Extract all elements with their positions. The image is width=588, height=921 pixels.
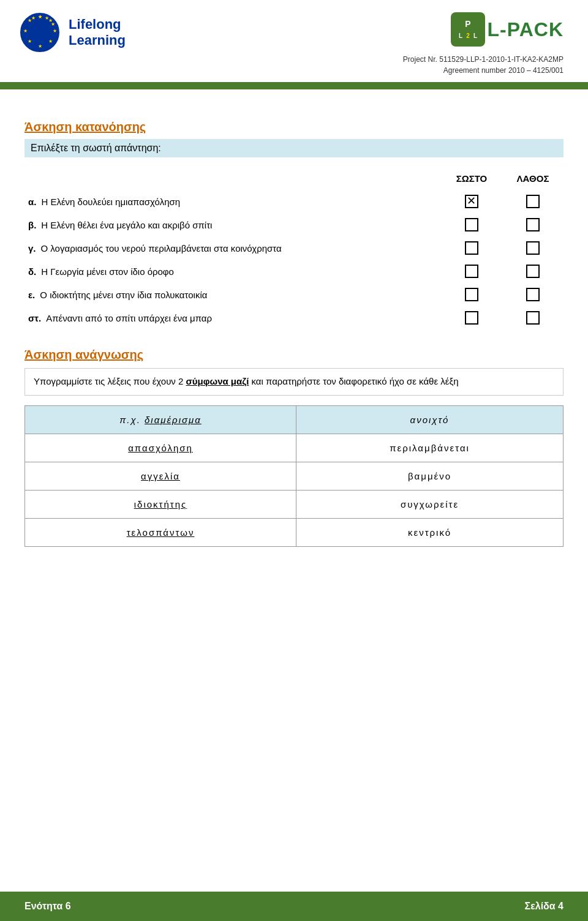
question-text: Η Ελένη δουλεύει ημιαπασχόληση [41,197,180,207]
section1-title: Άσκηση κατανόησης [24,120,564,134]
checkbox-wrong-icon [526,288,540,301]
correct-checkbox[interactable] [441,306,502,329]
example-label: π.χ. διαμέρισμα [119,415,202,425]
footer-left: Ενότητα 6 [24,901,71,912]
question-label: δ. [28,266,41,277]
question-text: Απέναντι από το σπίτι υπάρχει ένα μπαρ [46,313,212,323]
svg-text:★: ★ [23,28,28,34]
reading-instruction: Υπογραμμίστε τις λέξεις που έχουν 2 σύμφ… [24,368,564,396]
header-left: ★ ★ ★ ★ ★ ★ ★ ★ ★ ★ ★ ★ Lifelong Learnin… [18,11,126,54]
checkbox-correct-icon [465,195,478,208]
checkbox-wrong-icon [526,311,540,325]
instruction-part2: και παρατηρήστε τον διαφορετικό ήχο σε κ… [252,376,459,386]
question-cell: δ.Η Γεωργία μένει στον ίδιο όροφο [24,260,441,283]
question-text: Η Ελένη θέλει ένα μεγάλο και ακριβό σπίτ… [41,220,212,230]
table-row: δ.Η Γεωργία μένει στον ίδιο όροφο [24,260,564,283]
word-left: τελοσπάντων [25,518,296,546]
question-cell: γ.Ο λογαριασμός του νερού περιλαμβάνεται… [24,236,441,260]
word-row: αγγελίαβαμμένο [25,462,564,490]
word-left: αγγελία [25,462,296,490]
table-row: β.Η Ελένη θέλει ένα μεγάλο και ακριβό σπ… [24,213,564,236]
col-question-header [24,170,441,190]
correct-checkbox[interactable] [441,213,502,236]
header: ★ ★ ★ ★ ★ ★ ★ ★ ★ ★ ★ ★ Lifelong Learnin… [0,0,588,85]
instruction-part1: Υπογραμμίστε τις λέξεις που έχουν 2 [34,376,183,386]
green-bar-divider [0,85,588,89]
word-table: π.χ. διαμέρισμαανοιχτόαπασχόλησηπεριλαμβ… [24,405,564,547]
lpack-label: L-PACK [488,18,564,41]
question-label: γ. [28,243,41,254]
lifelong-line2: Learning [69,32,126,48]
lifelong-text: Lifelong Learning [69,17,126,48]
svg-text:★: ★ [53,28,57,34]
checkbox-correct-icon [465,288,478,301]
agreement-label: Agreement number 2010 – 4125/001 [443,66,564,75]
footer-right: Σελίδα 4 [525,901,564,912]
header-right: P L 2 L L-PACK Project Nr. 511529-LLP-1-… [403,11,564,76]
table-header-row: ΣΩΣΤΟ ΛΑΘΟΣ [24,170,564,190]
word-row: π.χ. διαμέρισμαανοιχτό [25,405,564,434]
word-right: κεντρικό [296,518,564,546]
footer: Ενότητα 6 Σελίδα 4 [0,892,588,921]
question-table: ΣΩΣΤΟ ΛΑΘΟΣ α.Η Ελένη δουλεύει ημιαπασχό… [24,170,564,329]
wrong-checkbox[interactable] [502,236,564,260]
question-cell: β.Η Ελένη θέλει ένα μεγάλο και ακριβό σπ… [24,213,441,236]
question-cell: ε.Ο ιδιοκτήτης μένει στην ίδια πολυκατοι… [24,283,441,306]
checkbox-correct-icon [465,241,478,255]
wrong-checkbox[interactable] [502,283,564,306]
svg-text:★: ★ [31,15,36,21]
wrong-checkbox[interactable] [502,306,564,329]
svg-text:P: P [465,19,470,29]
section-anagnosi: Άσκηση ανάγνωσης Υπογραμμίστε τις λέξεις… [24,348,564,547]
question-cell: α.Η Ελένη δουλεύει ημιαπασχόληση [24,190,441,213]
word-right: περιλαμβάνεται [296,434,564,462]
question-text: Ο λογαριασμός του νερού περιλαμβάνεται σ… [41,243,282,254]
table-row: α.Η Ελένη δουλεύει ημιαπασχόληση [24,190,564,213]
word-row: απασχόλησηπεριλαμβάνεται [25,434,564,462]
eu-logo-icon: ★ ★ ★ ★ ★ ★ ★ ★ ★ ★ ★ ★ [18,11,61,54]
wrong-checkbox[interactable] [502,213,564,236]
question-text: Η Γεωργία μένει στον ίδιο όροφο [41,266,174,277]
lpack-cube-icon: P L 2 L [450,11,486,48]
word-right: ανοιχτό [296,405,564,434]
checkbox-wrong-icon [526,218,540,231]
section1-subtitle: Επιλέξτε τη σωστή απάντηση: [24,139,564,157]
correct-checkbox[interactable] [441,236,502,260]
question-label: β. [28,220,41,230]
checkbox-wrong-icon [526,265,540,278]
project-nr-label: Project Nr. [403,55,437,64]
section-katanohsi: Άσκηση κατανόησης Επιλέξτε τη σωστή απάν… [24,120,564,329]
correct-checkbox[interactable] [441,260,502,283]
project-info: Project Nr. 511529-LLP-1-2010-1-IT-KA2-K… [403,54,564,76]
question-label: α. [28,197,41,207]
question-label: ε. [28,290,40,300]
table-row: γ.Ο λογαριασμός του νερού περιλαμβάνεται… [24,236,564,260]
wrong-checkbox[interactable] [502,260,564,283]
correct-checkbox[interactable] [441,283,502,306]
question-label: στ. [28,313,46,323]
svg-text:★: ★ [38,14,42,20]
svg-text:★: ★ [38,43,42,49]
wrong-checkbox[interactable] [502,190,564,213]
checkbox-correct-icon [465,311,478,325]
checkbox-correct-icon [465,265,478,278]
question-text: Ο ιδιοκτήτης μένει στην ίδια πολυκατοικί… [40,290,207,300]
word-row: ιδιοκτήτηςσυγχωρείτε [25,490,564,518]
word-left: ιδιοκτήτης [25,490,296,518]
checkbox-correct-icon [465,218,478,231]
correct-checkbox[interactable] [441,190,502,213]
svg-text:L: L [473,32,477,39]
word-row: τελοσπάντωνκεντρικό [25,518,564,546]
table-row: ε.Ο ιδιοκτήτης μένει στην ίδια πολυκατοι… [24,283,564,306]
word-left: απασχόληση [25,434,296,462]
svg-text:★: ★ [48,39,53,44]
col-wrong-header: ΛΑΘΟΣ [502,170,564,190]
svg-rect-13 [451,12,485,47]
word-right: βαμμένο [296,462,564,490]
svg-text:★: ★ [28,39,32,44]
checkbox-wrong-icon [526,241,540,255]
word-left: π.χ. διαμέρισμα [25,405,296,434]
table-row: στ.Απέναντι από το σπίτι υπάρχει ένα μπα… [24,306,564,329]
word-right: συγχωρείτε [296,490,564,518]
svg-text:★: ★ [51,21,55,27]
